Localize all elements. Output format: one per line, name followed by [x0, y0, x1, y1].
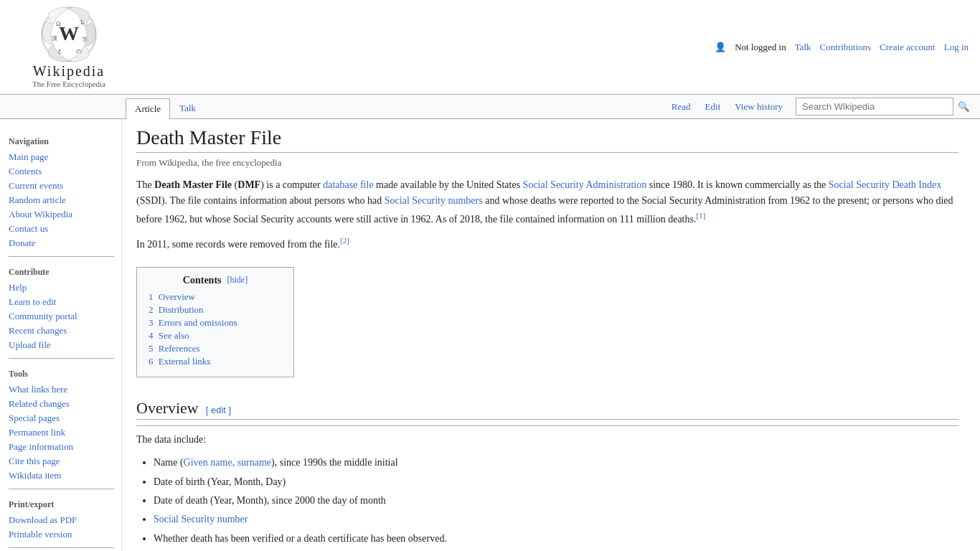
tab-talk[interactable]: Talk — [170, 98, 205, 118]
user-icon: 👤 — [715, 42, 726, 53]
sidebar-item-donate[interactable]: Donate — [9, 236, 114, 250]
toc-item-2: 2 Distribution — [149, 303, 282, 316]
action-edit[interactable]: Edit — [698, 97, 728, 117]
page-title: Death Master File — [136, 126, 958, 153]
ssa-link[interactable]: Social Security Administration — [523, 179, 647, 190]
list-item: Date of birth (Year, Month, Day) — [154, 474, 958, 490]
overview-heading: Overview [ edit ] — [136, 399, 958, 420]
intro-paragraph-2: In 2011, some records were removed from … — [136, 235, 958, 253]
svg-text:字: 字 — [82, 37, 88, 43]
svg-text:Ω: Ω — [56, 20, 61, 27]
sidebar-item-cite[interactable]: Cite this page — [9, 454, 114, 468]
sidebar-item-contents[interactable]: Contents — [9, 164, 114, 179]
search-button[interactable]: 🔍 — [953, 100, 974, 113]
toc-link-2[interactable]: 2 Distribution — [149, 304, 204, 315]
svg-text:漢: 漢 — [52, 35, 57, 42]
sidebar-item-what-links[interactable]: What links here — [9, 382, 114, 397]
ssdi-link[interactable]: Social Security Death Index — [829, 179, 941, 190]
ssn-link[interactable]: Social Security numbers — [385, 195, 483, 206]
svg-text:W: W — [59, 22, 79, 44]
contribute-section-title: Contribute — [9, 267, 114, 278]
list-item: Date of death (Year, Month), since 2000 … — [154, 493, 958, 509]
list-item: Name (Given name, surname), since 1990s … — [154, 455, 958, 471]
sidebar-item-main-page[interactable]: Main page — [9, 150, 114, 164]
toc-link-3[interactable]: 3 Errors and omissions — [149, 317, 237, 328]
action-view-history[interactable]: View history — [727, 97, 790, 117]
overview-list: Name (Given name, surname), since 1990s … — [154, 455, 958, 547]
ssn-link2[interactable]: Social Security number — [154, 514, 248, 524]
toc-link-6[interactable]: 6 External links — [149, 356, 210, 367]
toc-title-text: Contents — [183, 275, 222, 286]
logo-subtitle: The Free Encyclopedia — [32, 80, 105, 88]
action-read[interactable]: Read — [664, 97, 698, 117]
toc-link-4[interactable]: 4 See also — [149, 330, 189, 341]
tab-article[interactable]: Article — [126, 98, 170, 119]
not-logged-in: Not logged in — [735, 42, 786, 53]
list-item: Whether death has been verified or a dea… — [154, 531, 958, 547]
sidebar-item-about[interactable]: About Wikipedia — [9, 207, 114, 222]
sidebar-item-special-pages[interactable]: Special pages — [9, 411, 114, 425]
toc-item-3: 3 Errors and omissions — [149, 316, 282, 329]
logo-title[interactable]: Wikipedia — [33, 63, 105, 80]
database-file-link[interactable]: database file — [323, 179, 373, 190]
table-of-contents: Contents [hide] 1 Overview 2 Distributio… — [136, 267, 294, 377]
tools-section-title: Tools — [9, 369, 114, 380]
navigation-section-title: Navigation — [9, 136, 114, 147]
sidebar-item-related-changes[interactable]: Related changes — [9, 397, 114, 411]
toc-link-1[interactable]: 1 Overview — [149, 291, 195, 302]
toc-item-5: 5 References — [149, 342, 282, 355]
contributions-link[interactable]: Contributions — [820, 42, 872, 53]
overview-intro: The data include: — [136, 432, 958, 448]
log-in-link[interactable]: Log in — [944, 42, 969, 53]
svg-text:ع: ع — [58, 47, 62, 54]
sidebar-item-learn-edit[interactable]: Learn to edit — [9, 295, 114, 309]
sidebar-item-download-pdf[interactable]: Download as PDF — [9, 513, 114, 527]
sidebar-item-recent-changes[interactable]: Recent changes — [9, 324, 114, 338]
sidebar-item-contact[interactable]: Contact us — [9, 222, 114, 236]
ref1-link[interactable]: [1] — [696, 211, 705, 220]
sidebar-item-random-article[interactable]: Random article — [9, 193, 114, 207]
sidebar-item-permanent-link[interactable]: Permanent link — [9, 425, 114, 440]
sidebar-item-printable[interactable]: Printable version — [9, 527, 114, 542]
print-section-title: Print/export — [9, 499, 114, 510]
sidebar-item-current-events[interactable]: Current events — [9, 179, 114, 193]
toc-link-5[interactable]: 5 References — [149, 343, 200, 354]
svg-text:Ъ: Ъ — [80, 19, 85, 26]
ref2-link[interactable]: [2] — [340, 236, 349, 245]
given-name-link[interactable]: Given name, surname — [184, 457, 271, 468]
edit-overview-link[interactable]: edit — [211, 405, 226, 415]
toc-item-6: 6 External links — [149, 355, 282, 368]
toc-item-1: 1 Overview — [149, 291, 282, 303]
list-item: Social Security number — [154, 512, 958, 527]
sidebar-item-help[interactable]: Help — [9, 281, 114, 295]
talk-link[interactable]: Talk — [795, 42, 811, 53]
svg-text:の: の — [76, 48, 82, 55]
sidebar-item-wikidata[interactable]: Wikidata item — [9, 468, 114, 483]
sidebar-item-page-info[interactable]: Page information — [9, 440, 114, 454]
toc-hide-button[interactable]: [hide] — [227, 275, 248, 286]
toc-item-4: 4 See also — [149, 329, 282, 342]
from-wiki: From Wikipedia, the free encyclopedia — [136, 157, 958, 169]
sidebar-item-upload[interactable]: Upload file — [9, 338, 114, 352]
create-account-link[interactable]: Create account — [880, 42, 936, 53]
intro-paragraph: The Death Master File (DMF) is a compute… — [136, 177, 958, 227]
sidebar-item-community[interactable]: Community portal — [9, 309, 114, 324]
search-input[interactable] — [796, 98, 953, 116]
